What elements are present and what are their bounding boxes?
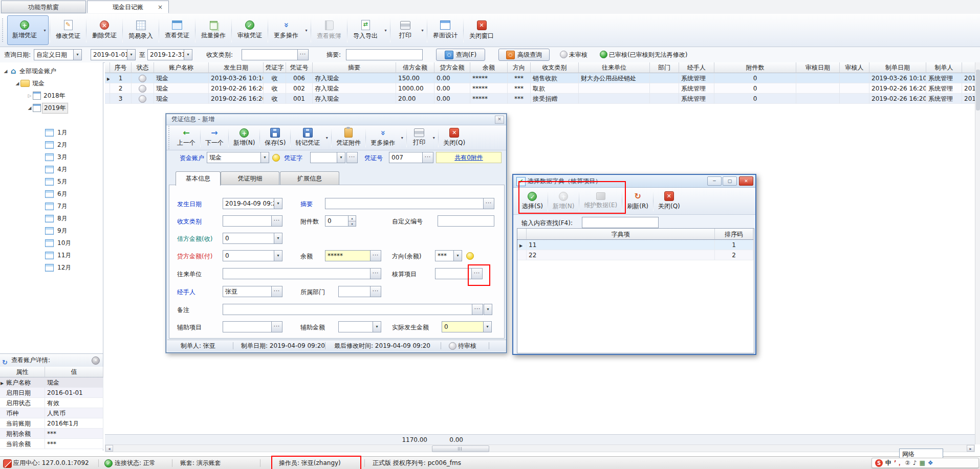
tab-basic-info[interactable]: 基本信息 (176, 171, 221, 186)
close-window-button[interactable]: ✕关闭窗口 (465, 16, 498, 44)
remark-input[interactable] (223, 304, 472, 315)
ime-toolbar[interactable]: S中’，②♪▦❖ (872, 458, 979, 468)
aux-amount-input[interactable] (338, 321, 373, 332)
summary-input[interactable] (325, 198, 484, 209)
sidebar-item-month[interactable]: 6月 (45, 188, 69, 199)
category-filter-input[interactable] (242, 49, 298, 60)
sidebar-item-cash[interactable]: 现金 (14, 78, 46, 89)
date-to-input[interactable]: 2019-12-31 (147, 49, 184, 60)
aux-item-ellipsis-button[interactable] (271, 321, 282, 332)
attachment-count-link[interactable]: 共有0附件 (436, 152, 502, 163)
column-header[interactable]: 贷方金额 (434, 62, 470, 73)
keyboard-icon[interactable]: ▦ (919, 459, 925, 467)
add-new-button[interactable]: +新增(N) (230, 126, 258, 149)
vertical-scrollbar[interactable] (975, 62, 980, 444)
column-header[interactable]: 排序码 (715, 229, 753, 240)
sidebar-item-month[interactable]: 4月 (45, 164, 69, 175)
expander-icon[interactable] (14, 81, 20, 86)
toolbox-icon[interactable]: ❖ (928, 459, 933, 467)
remark-dropdown-icon[interactable] (484, 304, 492, 315)
summary-ellipsis-button[interactable] (483, 198, 494, 209)
sidebar-item-month[interactable]: 5月 (45, 176, 69, 187)
column-header[interactable]: 审核日期 (796, 62, 840, 73)
radio-audited-icon[interactable] (600, 51, 607, 58)
panel-close-icon[interactable] (92, 356, 100, 365)
actual-amount-input[interactable]: 0 (442, 321, 484, 332)
date-mode-select[interactable]: 自定义日期 (34, 49, 74, 60)
voucher-word-ellipsis-button[interactable] (346, 152, 358, 163)
column-header[interactable]: 附件数 (714, 62, 796, 73)
list-item[interactable]: 111 (517, 240, 753, 250)
print-button[interactable]: 打印 (391, 16, 419, 44)
column-header[interactable]: 属性 (0, 367, 45, 377)
column-header[interactable]: 值 (45, 367, 103, 377)
scrollbar-thumb[interactable] (976, 70, 980, 110)
audit-voucher-button[interactable]: ✓审核凭证 (233, 16, 267, 44)
actual-amount-dropdown-icon[interactable] (483, 321, 492, 332)
edit-voucher-button[interactable]: ✎修改凭证 (51, 16, 85, 44)
column-header[interactable]: 账户名称 (154, 62, 209, 73)
transfer-voucher-button[interactable]: 转记凭证 (292, 126, 323, 149)
scrollbar-thumb[interactable] (432, 445, 489, 452)
print-button[interactable]: 打印 (408, 126, 430, 149)
aux-item-input[interactable] (223, 321, 272, 332)
expander-icon[interactable] (27, 93, 33, 98)
dropdown-arrow-icon[interactable] (399, 136, 405, 140)
tab-voucher-detail[interactable]: 凭证明细 (221, 171, 279, 185)
mic-icon[interactable]: ♪ (913, 459, 917, 467)
column-header[interactable]: 摘要 (313, 62, 396, 73)
date-from-input[interactable]: 2019-01-01 (91, 49, 127, 60)
column-header[interactable] (517, 229, 527, 240)
department-input[interactable] (338, 286, 371, 297)
property-row[interactable]: 启用日期2016-01-01 (0, 388, 103, 398)
previous-button[interactable]: ←上一个 (173, 126, 199, 149)
debit-amount-input[interactable]: 0 (223, 233, 274, 244)
summary-filter-input[interactable] (346, 49, 423, 60)
table-row[interactable]: 1现金2019-03-26 10:10收006存入现金150.000.00***… (105, 73, 975, 83)
dropdown-arrow-icon[interactable] (323, 136, 330, 140)
restore-button[interactable]: ▢ (723, 176, 737, 186)
search-button[interactable]: 查询(F) (436, 49, 485, 61)
remark-ellipsis-button[interactable] (472, 304, 483, 315)
expander-icon[interactable] (27, 105, 33, 110)
counterparty-ellipsis-button[interactable] (370, 268, 381, 279)
sidebar-item-2019[interactable]: 2019年 (27, 102, 68, 114)
column-header[interactable]: 序号 (110, 62, 132, 73)
sidebar-item-month[interactable]: 7月 (45, 200, 69, 212)
category-ellipsis-button[interactable] (297, 49, 309, 60)
dict-search-input[interactable] (582, 217, 659, 228)
add-voucher-button[interactable]: +新增凭证 (8, 16, 41, 44)
sidebar-item-month[interactable]: 8月 (45, 213, 69, 224)
fund-account-dropdown-icon[interactable] (260, 152, 269, 163)
credit-amount-dropdown-icon[interactable] (274, 250, 282, 261)
sidebar-item-all-accounts[interactable]: 全部现金账户 (3, 65, 58, 77)
occur-date-dropdown-icon[interactable] (274, 198, 282, 209)
voucher-no-input[interactable]: 007 (389, 152, 423, 163)
sidebar-item-month[interactable]: 3月 (45, 151, 69, 163)
column-header[interactable]: 字典项 (527, 229, 715, 240)
column-header[interactable]: 凭证号 (286, 62, 313, 73)
property-row[interactable]: 当前账期2016年1月 (0, 418, 103, 429)
fullwidth-icon[interactable]: ② (905, 459, 910, 467)
column-header[interactable]: 制单日期 (869, 62, 926, 73)
sidebar-item-month[interactable]: 10月 (45, 237, 73, 249)
chinese-mode-icon[interactable]: 中 (885, 459, 891, 467)
expander-icon[interactable] (3, 69, 9, 74)
close-button[interactable]: ✕关闭(Q) (440, 126, 469, 149)
radio-unaudited-icon[interactable] (560, 51, 568, 58)
column-header[interactable]: 发生日期 (209, 62, 264, 73)
voucher-word-input[interactable] (310, 152, 337, 163)
table-row[interactable]: 3现金2019-02-26 16:20收001存入现金20.000.00****… (105, 94, 975, 104)
punctuation-icon[interactable]: ’， (894, 459, 903, 467)
column-header[interactable]: 最 (962, 62, 975, 73)
tab-close-icon[interactable]: × (157, 1, 163, 14)
advanced-search-button[interactable]: 高级查询 (498, 49, 550, 61)
dropdown-arrow-icon[interactable] (419, 28, 426, 33)
counterparty-input[interactable] (223, 268, 371, 279)
close-button[interactable]: ✕ (739, 176, 753, 186)
dropdown-arrow-icon[interactable] (303, 28, 310, 33)
debit-amount-dropdown-icon[interactable] (274, 233, 282, 244)
select-button[interactable]: ✓选择(S) (518, 189, 547, 213)
category-ellipsis-button[interactable] (271, 215, 282, 227)
column-header[interactable]: 凭证字 (264, 62, 286, 73)
